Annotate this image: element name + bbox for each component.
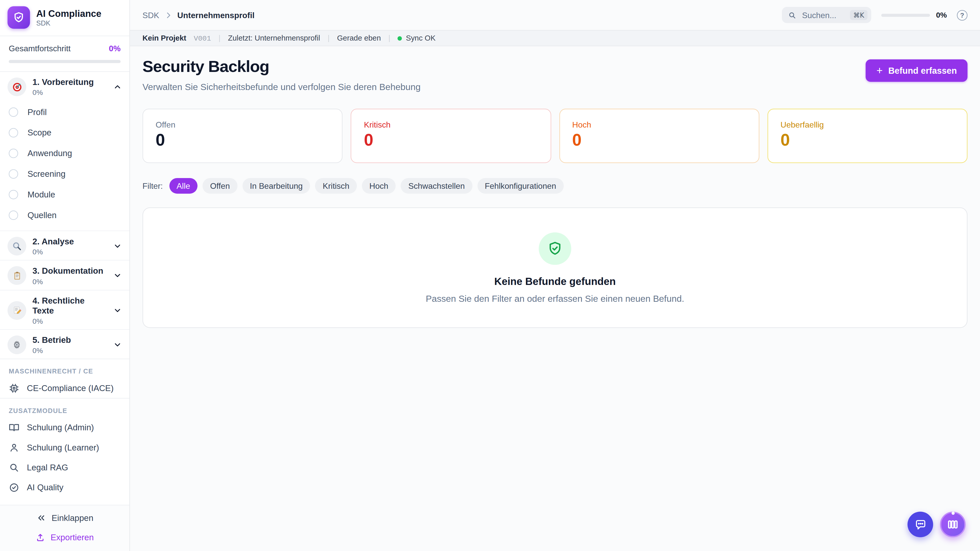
stat-card-kritisch: Kritisch 0 (351, 109, 551, 163)
sidebar-item-scope[interactable]: Scope (0, 122, 129, 143)
phase-percent: 0% (32, 89, 107, 96)
chevron-down-icon (113, 306, 122, 314)
phase-percent: 0% (32, 318, 107, 325)
stats-row: Offen 0 Kritisch 0 Hoch 0 Ueberfaellig 0 (142, 109, 967, 163)
header-progress: 0% (881, 11, 947, 19)
create-finding-button[interactable]: + Befund erfassen (866, 59, 967, 82)
shield-check-icon (539, 232, 571, 265)
book-icon (9, 422, 19, 433)
chat-bubble-icon (914, 518, 927, 530)
sidebar-item-schulung-admin[interactable]: Schulung (Admin) (0, 417, 129, 437)
group-header: MASCHINENRECHT / CE (0, 359, 129, 378)
phase-header-analyse[interactable]: 2. Analyse 0% (0, 231, 129, 260)
app-logo-block: AI Compliance SDK (0, 0, 129, 36)
sidebar-item-ce-compliance[interactable]: CE-Compliance (IACE) (0, 378, 129, 398)
separator: | (218, 34, 221, 42)
sync-status-label: Sync OK (406, 34, 436, 42)
phase-header-betrieb[interactable]: 5. Betrieb 0% (0, 330, 129, 359)
overall-progress: Gesamtfortschritt 0% (0, 36, 129, 72)
sidebar-item-schulung-learner[interactable]: Schulung (Learner) (0, 437, 129, 457)
sync-ok-dot-icon (398, 36, 402, 40)
gear-icon (7, 335, 26, 354)
kanban-fab-button[interactable] (940, 512, 966, 537)
sidebar-item-profil[interactable]: Profil (0, 102, 129, 123)
chevron-right-icon (164, 11, 172, 19)
page-subtitle: Verwalten Sie Sicherheitsbefunde und ver… (142, 82, 421, 92)
phase-header-dokumentation[interactable]: 3. Dokumentation 0% (0, 261, 129, 289)
stat-value: 0 (364, 131, 538, 150)
phase-label: 5. Betrieb (32, 335, 107, 346)
radio-circle-icon (9, 169, 18, 179)
filter-chip-alle[interactable]: Alle (169, 178, 197, 194)
filter-chip-fehlkonfigurationen[interactable]: Fehlkonfigurationen (477, 178, 563, 194)
version-badge: V001 (194, 34, 211, 42)
sidebar-phase-analyse: 2. Analyse 0% (0, 230, 129, 260)
sidebar-item-ai-quality[interactable]: AI Quality (0, 477, 129, 497)
sidebar-item-screening[interactable]: Screening (0, 164, 129, 184)
radio-circle-icon (9, 149, 18, 158)
search-box[interactable]: ⌘K (782, 7, 871, 23)
sidebar-item-anwendung[interactable]: Anwendung (0, 143, 129, 164)
stat-value: 0 (156, 131, 329, 150)
page-title: Security Backlog (142, 57, 421, 76)
filter-chip-in-bearbeitung[interactable]: In Bearbeitung (242, 178, 310, 194)
search-icon (9, 462, 19, 473)
phase-label: 2. Analyse (32, 237, 107, 247)
page-header: Security Backlog Verwalten Sie Sicherhei… (142, 57, 967, 92)
overall-progress-value: 0% (109, 44, 121, 53)
check-badge-icon (9, 482, 19, 493)
project-name: Kein Projekt (142, 34, 186, 42)
filter-chip-kritisch[interactable]: Kritisch (315, 178, 357, 194)
double-chevron-left-icon (36, 513, 46, 523)
collapse-sidebar-button[interactable]: Einklappen (32, 512, 97, 524)
overall-progress-label: Gesamtfortschritt (9, 44, 70, 53)
radio-circle-icon (9, 108, 18, 117)
empty-state-title: Keine Befunde gefunden (494, 275, 616, 287)
last-saved-text: Zuletzt: Unternehmensprofil (228, 34, 320, 42)
export-button[interactable]: Exportieren (32, 532, 97, 543)
app-title: AI Compliance (36, 8, 101, 19)
search-icon (788, 11, 797, 19)
cpu-icon (9, 383, 19, 393)
status-bar: Kein Projekt V001 | Zuletzt: Unternehmen… (130, 30, 980, 46)
sidebar-item-module[interactable]: Module (0, 184, 129, 205)
sidebar: AI Compliance SDK Gesamtfortschritt 0% 1… (0, 0, 130, 551)
dartboard-icon (7, 78, 26, 96)
breadcrumb: SDK Unternehmensprofil (142, 10, 255, 20)
person-icon (9, 442, 19, 453)
magnifier-icon (7, 237, 26, 256)
stat-value: 0 (780, 131, 954, 150)
sidebar-item-legal-rag[interactable]: Legal RAG (0, 457, 129, 477)
sidebar-item-quellen[interactable]: Quellen (0, 205, 129, 226)
sidebar-phase-vorbereitung: 1. Vorbereitung 0% Profil Scope Anwendun… (0, 72, 129, 230)
phase-percent: 0% (32, 278, 107, 285)
phase-header-rechtliche-texte[interactable]: 4. Rechtliche Texte 0% (0, 290, 129, 329)
sidebar-phase-dokumentation: 3. Dokumentation 0% (0, 260, 129, 290)
filter-bar: Filter: Alle Offen In Bearbeitung Kritis… (142, 178, 967, 194)
keyboard-shortcut-badge: ⌘K (850, 10, 867, 20)
page-content: Security Backlog Verwalten Sie Sicherhei… (130, 46, 980, 551)
filter-chip-schwachstellen[interactable]: Schwachstellen (401, 178, 473, 194)
chevron-down-icon (113, 242, 122, 251)
stat-label: Ueberfaellig (780, 120, 954, 129)
phase-header-vorbereitung[interactable]: 1. Vorbereitung 0% (0, 72, 129, 101)
shield-check-icon (7, 6, 30, 29)
stat-label: Kritisch (364, 120, 538, 129)
phase-label: 3. Dokumentation (32, 266, 107, 276)
stat-value: 0 (572, 131, 746, 150)
sync-status: Sync OK (398, 34, 436, 42)
search-input[interactable] (801, 10, 846, 21)
sidebar-phase-betrieb: 5. Betrieb 0% (0, 329, 129, 359)
help-icon[interactable]: ? (957, 10, 967, 21)
upload-icon (36, 533, 45, 542)
chat-fab-button[interactable] (907, 512, 933, 537)
empty-state-message: Passen Sie den Filter an oder erfassen S… (426, 293, 684, 303)
radio-circle-icon (9, 190, 18, 200)
floating-buttons (907, 512, 966, 537)
breadcrumb-root[interactable]: SDK (142, 10, 159, 20)
filter-chip-offen[interactable]: Offen (203, 178, 237, 194)
plus-icon: + (877, 65, 883, 76)
filter-chip-hoch[interactable]: Hoch (362, 178, 396, 194)
phase-items-vorbereitung: Profil Scope Anwendung Screening Module (0, 101, 129, 230)
stat-card-hoch: Hoch 0 (559, 109, 759, 163)
